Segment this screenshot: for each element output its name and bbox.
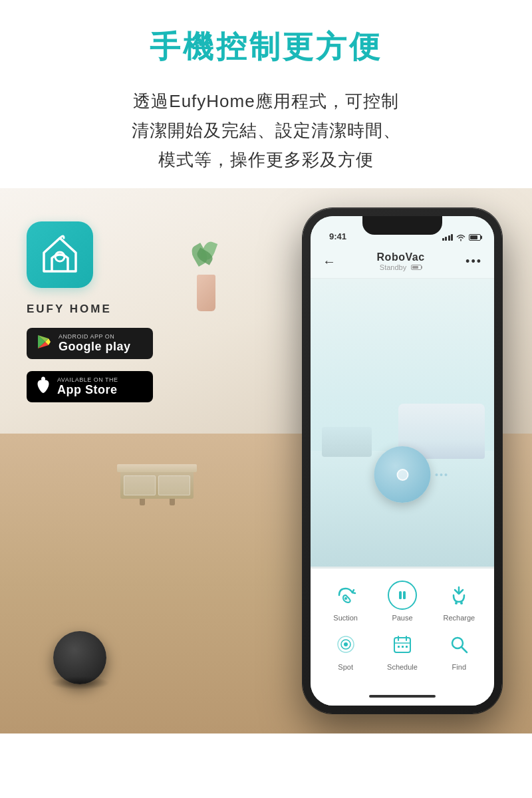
phone-outer-frame: 9:41 <box>303 208 502 714</box>
nightstand-leg-left <box>140 499 145 505</box>
signal-bar-2 <box>445 237 447 241</box>
suction-control[interactable]: Suction <box>322 581 370 622</box>
app-controls-panel: Suction Pause <box>311 569 494 687</box>
device-status: Standby <box>336 263 466 271</box>
signal-bar-3 <box>448 235 450 241</box>
app-title-group: RoboVac Standby <box>336 251 466 271</box>
google-play-button[interactable]: ANDROID APP ON Google play <box>27 328 153 359</box>
eufy-brand-label: EUFY HOME <box>27 303 112 316</box>
app-robovac-dot-1 <box>436 473 438 476</box>
app-robovac-dot-3 <box>445 473 448 476</box>
vase-area <box>186 231 226 311</box>
device-name: RoboVac <box>336 251 466 263</box>
app-store-button[interactable]: Available on the App Store <box>27 371 153 402</box>
signal-bars-icon <box>442 234 454 241</box>
back-button[interactable]: ← <box>323 254 336 269</box>
header-section: 手機控制更方便 透過EufyHome應用程式，可控制 清潔開始及完結、設定清潔時… <box>0 0 532 188</box>
robovac-floor-area <box>53 631 106 684</box>
subtitle-line1: 透過EufyHome應用程式，可控制 <box>133 91 398 111</box>
suction-icon <box>331 581 360 610</box>
spot-icon <box>331 630 360 659</box>
svg-rect-3 <box>399 591 402 599</box>
svg-point-2 <box>344 597 347 600</box>
phone-screen: 9:41 <box>311 216 494 706</box>
nightstand-top <box>117 464 197 472</box>
google-play-small-text: ANDROID APP ON <box>59 333 131 340</box>
home-bar <box>369 695 436 698</box>
find-icon <box>444 630 473 659</box>
suction-label: Suction <box>333 614 358 622</box>
wifi-icon <box>456 233 466 241</box>
svg-rect-16 <box>406 646 408 648</box>
eufy-logo-svg <box>39 233 82 276</box>
nightstand-drawer-right <box>158 475 190 495</box>
nightstand-leg-right <box>170 499 175 505</box>
status-icons <box>442 233 481 241</box>
app-content <box>311 279 494 567</box>
app-sofa-back <box>398 404 485 440</box>
google-play-icon <box>36 334 52 352</box>
svg-rect-4 <box>403 591 406 599</box>
svg-point-5 <box>455 602 458 604</box>
home-indicator <box>311 687 494 706</box>
app-nav-bar: ← RoboVac Standby <box>311 245 494 279</box>
google-play-big-text: Google play <box>59 340 131 354</box>
plant-leaves <box>190 238 223 278</box>
robovac-shadow <box>50 676 110 690</box>
bg-section: EUFY HOME ANDROID APP ON Google play <box>0 188 532 733</box>
eufy-icon-inner <box>39 233 82 276</box>
nightstand-body <box>120 472 194 499</box>
signal-bar-4 <box>451 234 453 241</box>
battery-status-icon <box>411 265 422 270</box>
svg-rect-15 <box>402 646 404 648</box>
recharge-label: Recharge <box>443 614 475 622</box>
left-panel: EUFY HOME ANDROID APP ON Google play <box>27 221 153 402</box>
main-title: 手機控制更方便 <box>40 27 492 68</box>
app-store-small-text: Available on the <box>57 376 118 383</box>
app-table <box>322 427 372 457</box>
subtitle-line2: 清潔開始及完結、設定清潔時間、 <box>132 120 401 140</box>
pause-label: Pause <box>392 614 412 622</box>
svg-rect-10 <box>394 638 410 652</box>
spot-label: Spot <box>338 663 353 671</box>
svg-point-6 <box>460 602 463 604</box>
controls-row-1: Suction Pause <box>317 581 487 622</box>
subtitle-text: 透過EufyHome應用程式，可控制 清潔開始及完結、設定清潔時間、 模式等，操… <box>40 86 492 175</box>
phone-notch <box>362 216 442 235</box>
controls-row-2: Spot <box>317 630 487 671</box>
app-store-text: Available on the App Store <box>57 376 118 397</box>
app-robovac-center-button <box>396 469 408 481</box>
pause-control[interactable]: Pause <box>378 581 426 622</box>
status-time: 9:41 <box>329 231 346 241</box>
schedule-icon <box>388 630 417 659</box>
svg-line-18 <box>462 647 467 652</box>
subtitle-line3: 模式等，操作更多彩及方便 <box>158 150 374 170</box>
svg-rect-14 <box>398 646 400 648</box>
schedule-label: Schedule <box>387 663 418 671</box>
svg-point-1 <box>41 377 45 382</box>
more-options-button[interactable]: ••• <box>466 255 482 269</box>
recharge-icon <box>444 581 473 610</box>
spot-control[interactable]: Spot <box>322 630 370 671</box>
nightstand-drawer-left <box>124 475 156 495</box>
find-label: Find <box>452 663 466 671</box>
phone-mockup: 9:41 <box>303 208 502 714</box>
google-play-text: ANDROID APP ON Google play <box>59 333 131 354</box>
nightstand <box>117 464 197 504</box>
signal-bar-1 <box>442 238 444 241</box>
eufy-home-icon <box>27 221 93 288</box>
svg-point-0 <box>55 252 65 261</box>
pause-icon-circle <box>388 581 417 610</box>
app-robovac <box>374 446 431 503</box>
vase-body <box>197 275 215 311</box>
apple-icon <box>36 376 51 396</box>
app-robovac-signal-dots <box>436 473 448 476</box>
nightstand-legs <box>117 499 197 505</box>
recharge-control[interactable]: Recharge <box>435 581 483 622</box>
battery-icon <box>469 234 481 241</box>
find-control[interactable]: Find <box>435 630 483 671</box>
app-robovac-body <box>374 446 431 503</box>
schedule-control[interactable]: Schedule <box>378 630 426 671</box>
app-store-big-text: App Store <box>57 383 118 397</box>
page-container: 手機控制更方便 透過EufyHome應用程式，可控制 清潔開始及完結、設定清潔時… <box>0 0 532 798</box>
